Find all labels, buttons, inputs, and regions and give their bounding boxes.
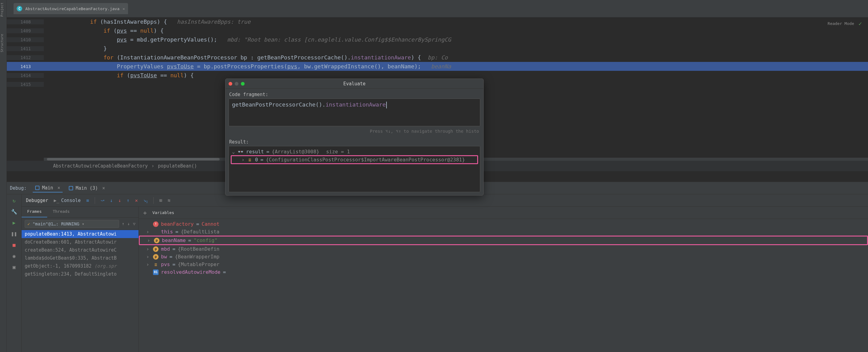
project-tool-label[interactable]: Project (0, 0, 4, 19)
stack-frame[interactable]: doCreateBean:601, AbstractAutowir (22, 238, 138, 246)
run-to-cursor-icon[interactable]: ↘I (144, 198, 148, 204)
param-icon: p (153, 254, 159, 259)
stack-frame[interactable]: populateBean:1413, AbstractAutowi (22, 230, 138, 238)
watch-icon: 👓 (238, 149, 244, 154)
variable-row[interactable]: 01resolvedAutowireMode = (139, 268, 868, 276)
variable-row[interactable]: ›this = {DefaultLista (139, 228, 868, 236)
file-tab-label: AbstractAutowireCapableBeanFactory.java (25, 6, 119, 11)
close-icon[interactable]: × (122, 6, 125, 11)
debugger-tab[interactable]: Debugger (26, 198, 48, 203)
close-icon[interactable]: × (57, 185, 60, 190)
result-row[interactable]: ⌄👓result = {ArrayList@3008}size = 1 (231, 148, 478, 155)
run-config-icon (35, 186, 39, 190)
rerun-icon[interactable]: ↻ (11, 198, 17, 204)
evaluate-expression-input[interactable]: getBeanPostProcessorCache().instantiatio… (228, 99, 480, 126)
threads-icon[interactable]: ≡ (86, 198, 89, 203)
code-line[interactable]: 1413 PropertyValues pvsToUse = bp.postPr… (7, 62, 868, 71)
variable-row[interactable]: ›pbw = {BeanWrapperImp (139, 253, 868, 260)
resume-icon[interactable]: ▶ (11, 219, 17, 226)
run-config-icon (69, 186, 73, 190)
next-frame-icon[interactable]: ↓ (127, 221, 130, 226)
minimize-window-icon[interactable] (235, 82, 239, 85)
thread-name: "main"@1…: RUNNING (32, 221, 79, 226)
close-icon[interactable]: × (102, 185, 105, 191)
window-controls[interactable] (228, 82, 245, 85)
file-tab-bar: C AbstractAutowireCapableBeanFactory.jav… (7, 0, 868, 17)
variable-row[interactable]: ›≡pvs = {MutableProper (139, 260, 868, 268)
class-icon: C (17, 6, 22, 11)
array-icon: ≡ (247, 157, 253, 163)
view-breakpoints-icon[interactable]: ◉ (11, 253, 17, 259)
step-into-icon[interactable]: ↓ (110, 198, 113, 203)
frame-list[interactable]: populateBean:1413, AbstractAutowidoCreat… (22, 230, 138, 352)
zoom-window-icon[interactable] (241, 82, 245, 85)
code-line[interactable]: 1409 if (pvs == null) { (7, 26, 868, 35)
error-icon: ! (153, 221, 159, 227)
debug-run-tab[interactable]: Main× (33, 184, 63, 192)
debug-toolbar: Debugger ▶_ Console ≡ ⤻ ↓ ↓ ↑ ✕ ↘I ⊞ ≋ (22, 194, 868, 207)
filter-icon[interactable]: ▽ (133, 221, 135, 226)
stack-frame[interactable]: getSingleton:234, DefaultSingleto (22, 270, 138, 278)
evaluate-dialog[interactable]: Evaluate Code fragment: getBeanPostProce… (225, 78, 484, 196)
breadcrumb-class[interactable]: AbstractAutowireCapableBeanFactory (53, 163, 148, 169)
step-over-icon[interactable]: ⤻ (100, 198, 104, 203)
step-out-icon[interactable]: ↑ (127, 198, 129, 203)
debug-label: Debug: (10, 185, 27, 191)
prev-frame-icon[interactable]: ↑ (122, 221, 125, 226)
settings-icon[interactable]: 🔧 (11, 209, 17, 215)
file-tab[interactable]: C AbstractAutowireCapableBeanFactory.jav… (13, 3, 128, 14)
variables-header: + Variables (139, 207, 868, 219)
thread-selector-row: ✓ "main"@1…: RUNNING ▾ ↑ ↓ ▽ (22, 218, 138, 230)
variables-list[interactable]: !beanFactory = Cannot›this = {DefaultLis… (139, 219, 868, 352)
drop-frame-icon[interactable]: ✕ (135, 198, 138, 203)
variable-row[interactable]: ›pmbd = {RootBeanDefin (139, 245, 868, 253)
console-tab[interactable]: ▶_ Console (54, 198, 81, 203)
stop-icon[interactable]: ■ (11, 242, 17, 248)
breadcrumb-method[interactable]: populateBean() (158, 163, 197, 169)
thread-selector[interactable]: ✓ "main"@1…: RUNNING ▾ (25, 220, 119, 228)
param-icon: p (154, 238, 159, 243)
force-step-into-icon[interactable]: ↓ (119, 198, 121, 203)
result-label: Result: (225, 136, 483, 146)
evaluate-icon[interactable]: ⊞ (159, 198, 162, 203)
trace-icon[interactable]: ≋ (167, 198, 170, 203)
param-icon: p (153, 246, 159, 252)
evaluate-title: Evaluate (343, 81, 366, 86)
left-tool-strip: Project Structure (0, 0, 7, 352)
variable-row[interactable]: !beanFactory = Cannot (139, 220, 868, 228)
variables-label: Variables (152, 210, 174, 215)
chevron-down-icon: ▾ (82, 221, 84, 226)
layout-icon[interactable]: ▣ (11, 264, 17, 270)
stack-frame[interactable]: lambda$doGetBean$0:335, AbstractB (22, 254, 138, 262)
code-fragment-label: Code fragment: (225, 89, 483, 99)
evaluate-titlebar[interactable]: Evaluate (225, 79, 483, 89)
debug-action-strip: ↻ 🔧 ▶ ❚❚ ■ ◉ ▣ (7, 194, 22, 352)
code-line[interactable]: 1408 if (hasInstAwareBpps) { hasInstAwar… (7, 17, 868, 26)
add-watch-icon[interactable]: + (143, 209, 147, 216)
debug-run-tab[interactable]: Main (3)× (66, 184, 107, 192)
stack-frame[interactable]: createBean:524, AbstractAutowireC (22, 246, 138, 254)
structure-tool-label[interactable]: Structure (0, 31, 4, 55)
primitive-icon: 01 (153, 270, 159, 275)
variable-row[interactable]: ›pbeanName = "config" (139, 236, 868, 245)
frames-tab[interactable]: Frames (22, 207, 47, 217)
debug-panel: Debug: Main×Main (3)× ↻ 🔧 ▶ ❚❚ ■ ◉ ▣ Deb… (7, 182, 868, 352)
code-line[interactable]: 1410 pvs = mbd.getPropertyValues(); mbd:… (7, 35, 868, 44)
check-icon: ✓ (27, 221, 30, 226)
evaluate-hint: Press ⌥↓, ⌥↑ to navigate through the his… (225, 126, 483, 136)
stack-frame[interactable]: getObject:-1, 1670993182 (org.spr (22, 262, 138, 270)
threads-tab[interactable]: Threads (47, 207, 75, 217)
console-icon: ▶_ (54, 198, 59, 203)
chevron-right-icon: › (151, 163, 154, 169)
code-line[interactable]: 1412 for (InstantiationAwareBeanPostProc… (7, 53, 868, 62)
pause-icon[interactable]: ❚❚ (11, 231, 17, 237)
evaluate-result[interactable]: ⌄👓result = {ArrayList@3008}size = 1›≡0 =… (228, 146, 480, 192)
array-icon: ≡ (153, 262, 159, 267)
code-line[interactable]: 1411 } (7, 44, 868, 53)
close-window-icon[interactable] (228, 82, 232, 85)
result-row[interactable]: ›≡0 = {ConfigurationClassPostProcessor$I… (231, 155, 478, 164)
